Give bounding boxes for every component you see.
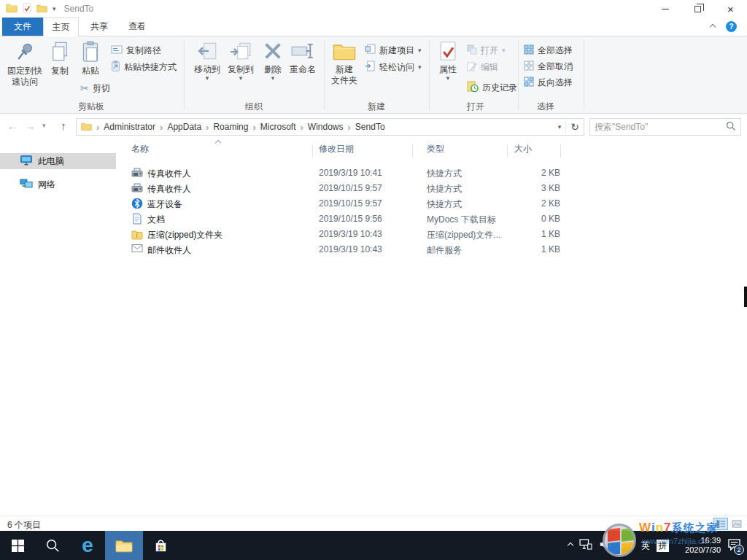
taskbar: e 英 拼 16:39 2020/7/30 2 (0, 531, 747, 560)
up-button[interactable]: ↑ (55, 117, 71, 134)
invert-selection-button[interactable]: 反向选择 (524, 76, 573, 89)
search-input[interactable] (595, 122, 726, 132)
tray-overflow-icon[interactable] (568, 542, 573, 548)
column-header-date[interactable]: 修改日期 (319, 143, 354, 155)
qat-new-folder-icon[interactable] (36, 4, 47, 15)
edge-icon: e (82, 535, 93, 556)
file-row[interactable]: 传真收件人 2019/3/19 10:41 快捷方式 2 KB (0, 166, 627, 181)
file-row[interactable]: 邮件收件人 2019/3/19 10:43 邮件服务 1 KB (0, 242, 627, 257)
new-item-button[interactable]: 新建项目 ▾ (365, 44, 422, 57)
back-button[interactable]: ← (4, 117, 20, 134)
cut-button[interactable]: ✂ 剪切 (80, 82, 110, 95)
easy-access-button[interactable]: 轻松访问 ▾ (365, 61, 422, 74)
history-button[interactable]: 历史记录 (467, 81, 517, 94)
new-folder-button[interactable]: 新建 文件夹 (328, 41, 360, 86)
file-row[interactable]: 传真收件人 2019/10/15 9:57 快捷方式 3 KB (0, 181, 627, 196)
search-icon[interactable] (726, 121, 736, 133)
copy-to-button[interactable]: 复制到 ▾ (225, 41, 257, 81)
file-row[interactable]: 蓝牙设备 2019/10/15 9:57 快捷方式 2 KB (0, 196, 627, 211)
taskbar-clock[interactable]: 16:39 2020/7/30 (676, 536, 721, 555)
open-button[interactable]: 打开 ▾ (467, 44, 506, 57)
tab-view[interactable]: 查看 (120, 18, 155, 36)
group-label-organize: 组织 (219, 101, 289, 113)
paste-icon (81, 41, 100, 66)
tab-home[interactable]: 主页 (43, 18, 79, 36)
tab-file[interactable]: 文件 (2, 18, 43, 36)
tab-share[interactable]: 共享 (82, 18, 117, 36)
breadcrumb-roaming[interactable]: Roaming (213, 122, 248, 132)
paste-button[interactable]: 粘贴 (76, 41, 105, 77)
file-explorer-icon (115, 539, 133, 553)
qat-properties-icon[interactable] (23, 3, 31, 15)
invert-selection-icon (524, 77, 534, 89)
address-bar[interactable]: › Administrator › AppData › Roaming › Mi… (76, 118, 584, 136)
cut-icon: ✂ (80, 82, 89, 94)
paste-shortcut-button[interactable]: 粘贴快捷方式 (111, 61, 177, 74)
taskbar-search-button[interactable] (35, 531, 70, 560)
windows-logo-icon (12, 540, 24, 552)
item-count: 6 个项目 (7, 519, 41, 532)
title-bar: ▾ SendTo × (0, 0, 747, 18)
column-header-size[interactable]: 大小 (514, 143, 532, 155)
details-view-button[interactable] (713, 518, 728, 530)
breadcrumb-sendto[interactable]: SendTo (355, 122, 385, 132)
qat-customize-arrow-icon[interactable]: ▾ (53, 6, 56, 12)
select-all-button[interactable]: 全部选择 (524, 44, 573, 57)
delete-icon (263, 41, 283, 64)
select-none-button[interactable]: 全部取消 (524, 60, 573, 73)
ime-indicator[interactable]: 拼 (657, 540, 669, 552)
forward-button[interactable]: → (22, 117, 38, 134)
paste-shortcut-icon (111, 61, 120, 74)
breadcrumb-windows[interactable]: Windows (308, 122, 344, 132)
breadcrumb-microsoft[interactable]: Microsoft (260, 122, 296, 132)
copy-button[interactable]: 复制 (45, 41, 74, 77)
touch-keyboard-icon[interactable] (620, 540, 635, 551)
crumb-separator-icon: › (300, 122, 303, 133)
rename-button[interactable]: 重命名 (286, 41, 320, 75)
file-row[interactable]: 压缩(zipped)文件夹 2019/3/19 10:43 压缩(zipped)… (0, 227, 627, 242)
taskbar-explorer-button[interactable] (105, 531, 143, 560)
close-button[interactable]: × (714, 0, 747, 18)
search-box[interactable] (589, 118, 741, 136)
taskbar-edge-button[interactable]: e (70, 531, 105, 560)
pin-to-quick-access-button[interactable]: 固定到快速访问 (6, 41, 44, 88)
column-header-type[interactable]: 类型 (427, 143, 444, 155)
address-toolbar: ← → ▾ ↑ › Administrator › AppData › Roam… (0, 114, 747, 139)
action-center-button[interactable]: 2 (727, 538, 741, 553)
move-to-icon (196, 41, 218, 64)
properties-button[interactable]: 属性 ▾ (435, 41, 461, 81)
folder-icon (81, 122, 92, 133)
move-to-button[interactable]: 移动到 ▾ (191, 41, 223, 81)
collapse-ribbon-icon[interactable] (710, 24, 716, 30)
address-dropdown-icon[interactable]: ▾ (558, 124, 562, 130)
close-icon: × (727, 4, 734, 15)
file-row[interactable]: 文档 2019/10/15 9:56 MyDocs 下载目标 0 KB (0, 211, 627, 227)
crumb-separator-icon: › (96, 122, 99, 133)
notification-badge: 2 (734, 545, 744, 555)
screen-edge-cursor (744, 287, 747, 307)
breadcrumb-appdata[interactable]: AppData (167, 122, 201, 132)
minimize-button[interactable] (649, 0, 681, 18)
thumbnails-view-icon (732, 520, 742, 528)
fax-recipient-icon (131, 182, 143, 194)
bluetooth-icon (131, 198, 143, 209)
zip-folder-icon (131, 228, 143, 240)
restore-button[interactable] (681, 0, 714, 18)
tray-pc-icon[interactable] (579, 539, 592, 552)
help-button[interactable]: ? (726, 21, 737, 32)
volume-muted-icon[interactable] (599, 539, 614, 552)
thumbnails-view-button[interactable] (729, 518, 744, 530)
start-button[interactable] (0, 531, 35, 560)
new-item-dropdown-icon: ▾ (418, 47, 422, 53)
language-indicator[interactable]: 英 (641, 540, 650, 552)
easy-access-dropdown-icon: ▾ (418, 64, 422, 70)
edit-button[interactable]: 编辑 (467, 61, 498, 74)
taskbar-store-button[interactable] (143, 531, 178, 560)
column-header-name[interactable]: 名称 (131, 143, 149, 155)
open-icon (467, 44, 477, 57)
delete-button[interactable]: 删除 ▾ (260, 41, 286, 81)
breadcrumb-administrator[interactable]: Administrator (104, 122, 155, 132)
copy-path-button[interactable]: 复制路径 (111, 44, 161, 57)
recent-locations-icon[interactable]: ▾ (42, 122, 46, 128)
refresh-icon[interactable]: ↻ (565, 121, 579, 133)
